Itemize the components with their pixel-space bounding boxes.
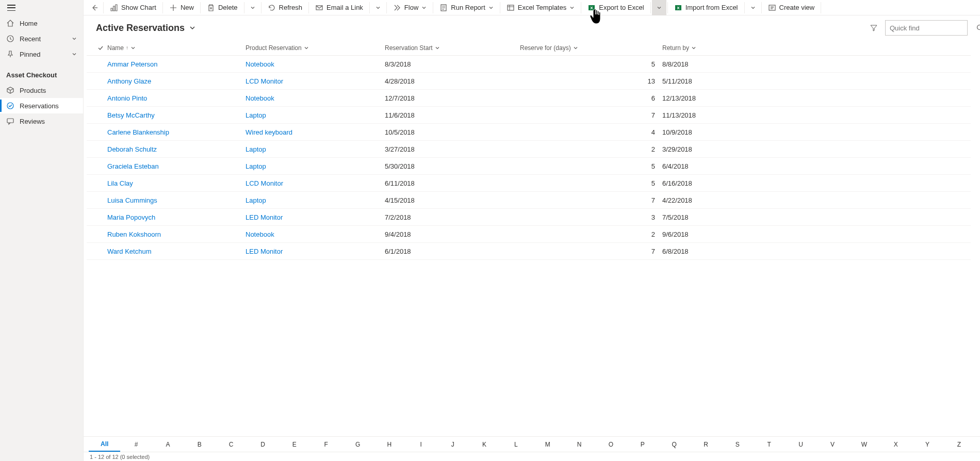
alpha-O[interactable]: O bbox=[595, 438, 627, 451]
alpha-H[interactable]: H bbox=[373, 438, 405, 451]
name-link[interactable]: Carlene Blankenship bbox=[107, 128, 169, 136]
name-link[interactable]: Anthony Glaze bbox=[107, 77, 151, 85]
table-row[interactable]: Deborah SchultzLaptop3/27/201823/29/2018 bbox=[87, 141, 971, 158]
product-link[interactable]: LED Monitor bbox=[246, 248, 283, 255]
product-link[interactable]: Laptop bbox=[246, 196, 266, 204]
nav-pinned[interactable]: Pinned bbox=[0, 46, 83, 62]
name-link[interactable]: Maria Popovych bbox=[107, 213, 155, 221]
column-return[interactable]: Return by bbox=[662, 44, 796, 52]
alpha-#[interactable]: # bbox=[120, 438, 152, 451]
column-name[interactable]: Name↑ bbox=[107, 44, 246, 52]
alpha-T[interactable]: T bbox=[754, 438, 785, 451]
product-link[interactable]: LED Monitor bbox=[246, 213, 283, 221]
alpha-F[interactable]: F bbox=[311, 438, 342, 451]
cmd-refresh[interactable]: Refresh bbox=[263, 0, 308, 15]
nav-products[interactable]: Products bbox=[0, 83, 83, 98]
cmd-delete[interactable]: Delete bbox=[202, 0, 243, 15]
nav-recent[interactable]: Recent bbox=[0, 31, 83, 46]
table-row[interactable]: Betsy McCarthyLaptop11/6/2018711/13/2018 bbox=[87, 107, 971, 124]
alpha-V[interactable]: V bbox=[816, 438, 848, 451]
cmd-run-report[interactable]: Run Report bbox=[434, 0, 498, 15]
cmd-email-a-link-dropdown[interactable] bbox=[371, 0, 385, 15]
alpha-J[interactable]: J bbox=[437, 438, 468, 451]
name-link[interactable]: Ruben Kokshoorn bbox=[107, 230, 161, 238]
alpha-P[interactable]: P bbox=[627, 438, 658, 451]
table-row[interactable]: Antonio PintoNotebook12/7/2018612/13/201… bbox=[87, 90, 971, 107]
view-selector[interactable]: Active Reservations bbox=[96, 23, 196, 34]
alpha-G[interactable]: G bbox=[342, 438, 373, 451]
column-start[interactable]: Reservation Start bbox=[385, 44, 520, 52]
column-product[interactable]: Product Reservation bbox=[246, 44, 385, 52]
column-days[interactable]: Reserve for (days) bbox=[520, 44, 662, 52]
quick-find[interactable] bbox=[885, 20, 968, 36]
table-row[interactable]: Carlene BlankenshipWired keyboard10/5/20… bbox=[87, 124, 971, 141]
cmd-flow[interactable]: Flow bbox=[388, 0, 432, 15]
search-icon[interactable] bbox=[976, 24, 980, 31]
alpha-M[interactable]: M bbox=[532, 438, 563, 451]
name-link[interactable]: Betsy McCarthy bbox=[107, 111, 155, 119]
cmd-import-from-excel[interactable]: XImport from Excel bbox=[669, 0, 743, 15]
quick-find-input[interactable] bbox=[890, 24, 976, 32]
name-link[interactable]: Antonio Pinto bbox=[107, 94, 147, 102]
cmd-email-a-link[interactable]: Email a Link bbox=[310, 0, 368, 15]
cmd-delete-dropdown[interactable] bbox=[246, 0, 260, 15]
table-row[interactable]: Ward KetchumLED Monitor6/1/201876/8/2018 bbox=[87, 243, 971, 260]
filter-button[interactable] bbox=[870, 24, 878, 32]
alpha-S[interactable]: S bbox=[722, 438, 753, 451]
nav-reviews[interactable]: Reviews bbox=[0, 113, 83, 129]
table-row[interactable]: Graciela EstebanLaptop5/30/201856/4/2018 bbox=[87, 158, 971, 175]
chevron-down-icon bbox=[569, 5, 575, 10]
cmd-export-to-excel-dropdown[interactable] bbox=[652, 0, 666, 15]
product-link[interactable]: Wired keyboard bbox=[246, 128, 292, 136]
product-link[interactable]: Laptop bbox=[246, 111, 266, 119]
cmd-new[interactable]: New bbox=[164, 0, 199, 15]
alpha-U[interactable]: U bbox=[785, 438, 816, 451]
alpha-N[interactable]: N bbox=[563, 438, 595, 451]
back-button[interactable] bbox=[87, 0, 102, 15]
nav-reservations[interactable]: Reservations bbox=[0, 98, 83, 113]
divider bbox=[667, 2, 668, 13]
name-link[interactable]: Luisa Cummings bbox=[107, 196, 157, 204]
name-link[interactable]: Graciela Esteban bbox=[107, 162, 159, 170]
table-row[interactable]: Luisa CummingsLaptop4/15/201874/22/2018 bbox=[87, 192, 971, 209]
hamburger-menu[interactable] bbox=[0, 0, 83, 15]
alpha-Z[interactable]: Z bbox=[943, 438, 975, 451]
alpha-D[interactable]: D bbox=[247, 438, 279, 451]
alpha-Q[interactable]: Q bbox=[658, 438, 690, 451]
alpha-K[interactable]: K bbox=[468, 438, 500, 451]
name-link[interactable]: Ward Ketchum bbox=[107, 248, 152, 255]
product-link[interactable]: Laptop bbox=[246, 162, 266, 170]
product-link[interactable]: LCD Monitor bbox=[246, 179, 283, 187]
table-row[interactable]: Anthony GlazeLCD Monitor4/28/2018135/11/… bbox=[87, 73, 971, 90]
alpha-I[interactable]: I bbox=[405, 438, 437, 451]
name-link[interactable]: Ammar Peterson bbox=[107, 60, 158, 68]
table-row[interactable]: Ammar PetersonNotebook8/3/201858/8/2018 bbox=[87, 56, 971, 73]
cmd-show-chart[interactable]: Show Chart bbox=[105, 0, 161, 15]
alpha-X[interactable]: X bbox=[880, 438, 911, 451]
alpha-A[interactable]: A bbox=[152, 438, 184, 451]
nav-home[interactable]: Home bbox=[0, 15, 83, 31]
alpha-E[interactable]: E bbox=[279, 438, 310, 451]
cmd-excel-templates[interactable]: Excel Templates bbox=[501, 0, 580, 15]
select-all-checkbox[interactable] bbox=[94, 45, 107, 51]
alpha-W[interactable]: W bbox=[848, 438, 880, 451]
alpha-L[interactable]: L bbox=[500, 438, 532, 451]
product-link[interactable]: Notebook bbox=[246, 230, 274, 238]
alpha-Y[interactable]: Y bbox=[911, 438, 943, 451]
cmd-export-to-excel[interactable]: XExport to Excel bbox=[582, 0, 649, 15]
alpha-R[interactable]: R bbox=[690, 438, 722, 451]
product-link[interactable]: Notebook bbox=[246, 94, 274, 102]
product-link[interactable]: Laptop bbox=[246, 145, 266, 153]
table-row[interactable]: Lila ClayLCD Monitor6/11/201856/16/2018 bbox=[87, 175, 971, 192]
cmd-create-view[interactable]: Create view bbox=[763, 0, 820, 15]
alpha-C[interactable]: C bbox=[215, 438, 247, 451]
alpha-B[interactable]: B bbox=[184, 438, 215, 451]
cmd-import-from-excel-dropdown[interactable] bbox=[746, 0, 760, 15]
name-link[interactable]: Deborah Schultz bbox=[107, 145, 157, 153]
table-row[interactable]: Maria PopovychLED Monitor7/2/201837/5/20… bbox=[87, 209, 971, 226]
table-row[interactable]: Ruben KokshoornNotebook9/4/201829/6/2018 bbox=[87, 226, 971, 243]
product-link[interactable]: Notebook bbox=[246, 60, 274, 68]
alpha-All[interactable]: All bbox=[89, 437, 120, 452]
product-link[interactable]: LCD Monitor bbox=[246, 77, 283, 85]
name-link[interactable]: Lila Clay bbox=[107, 179, 133, 187]
